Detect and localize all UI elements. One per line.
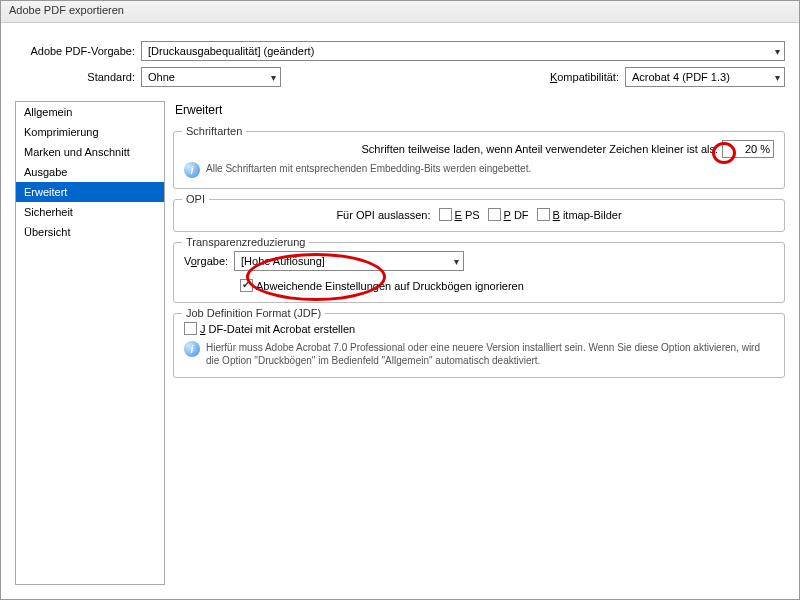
trans-preset-dropdown[interactable]: [Hohe Auflösung] (234, 251, 464, 271)
jdf-group-title: Job Definition Format (JDF) (182, 307, 325, 319)
opi-label: Für OPI auslassen: (336, 209, 430, 221)
jdf-create-checkbox[interactable]: JJDF-Datei mit Acrobat erstellenDF-Datei… (184, 322, 355, 335)
preset-value: [Druckausgabequalität] (geändert) (148, 45, 314, 57)
opi-bitmap-checkbox[interactable]: BBitmap-Bilderitmap-Bilder (537, 208, 622, 221)
sidebar-item-allgemein[interactable]: Allgemein (16, 102, 164, 122)
sidebar-item-ausgabe[interactable]: Ausgabe (16, 162, 164, 182)
standard-label: Standard: (15, 71, 135, 83)
compat-value: Acrobat 4 (PDF 1.3) (632, 71, 730, 83)
sidebar-item-marken[interactable]: Marken und Anschnitt (16, 142, 164, 162)
standard-value: Ohne (148, 71, 175, 83)
preset-label: Adobe PDF-Vorgabe: (15, 45, 135, 57)
top-panel: Adobe PDF-Vorgabe: [Druckausgabequalität… (1, 23, 799, 101)
sidebar-item-sicherheit[interactable]: Sicherheit (16, 202, 164, 222)
opi-group: OPI Für OPI auslassen: EEPSPS PPDFDF BBi… (173, 199, 785, 232)
sidebar: Allgemein Komprimierung Marken und Ansch… (15, 101, 165, 585)
jdf-info: Hierfür muss Adobe Acrobat 7.0 Professio… (206, 341, 774, 367)
compat-dropdown[interactable]: Acrobat 4 (PDF 1.3) (625, 67, 785, 87)
subset-percent-input[interactable] (722, 140, 774, 158)
window-title: Adobe PDF exportieren (9, 4, 124, 16)
info-icon: i (184, 341, 200, 357)
body-area: Allgemein Komprimierung Marken und Ansch… (1, 101, 799, 599)
sidebar-item-erweitert[interactable]: Erweitert (16, 182, 164, 202)
content-panel: Erweitert Schriftarten Schriften teilwei… (173, 101, 785, 585)
titlebar: Adobe PDF exportieren (1, 1, 799, 23)
opi-group-title: OPI (182, 193, 209, 205)
info-icon: i (184, 162, 200, 178)
fonts-group: Schriftarten Schriften teilweise laden, … (173, 131, 785, 189)
override-checkbox[interactable]: Abweichende Einstellungen auf Druckbögen… (240, 279, 524, 292)
sidebar-item-uebersicht[interactable]: Übersicht (16, 222, 164, 242)
panel-title: Erweitert (173, 101, 785, 121)
compat-label: KKompatibilität:ompatibilität: (550, 71, 619, 83)
trans-preset-value: [Hohe Auflösung] (241, 255, 325, 267)
transparency-group-title: Transparenzreduzierung (182, 236, 309, 248)
subset-label: Schriften teilweise laden, wenn Anteil v… (362, 143, 718, 155)
fonts-group-title: Schriftarten (182, 125, 246, 137)
preset-dropdown[interactable]: [Druckausgabequalität] (geändert) (141, 41, 785, 61)
sidebar-item-komprimierung[interactable]: Komprimierung (16, 122, 164, 142)
jdf-group: Job Definition Format (JDF) JJDF-Datei m… (173, 313, 785, 378)
export-pdf-window: Adobe PDF exportieren Adobe PDF-Vorgabe:… (0, 0, 800, 600)
opi-eps-checkbox[interactable]: EEPSPS (439, 208, 480, 221)
opi-pdf-checkbox[interactable]: PPDFDF (488, 208, 529, 221)
trans-preset-label: Vorgabe: (184, 255, 228, 267)
standard-dropdown[interactable]: Ohne (141, 67, 281, 87)
fonts-info: Alle Schriftarten mit entsprechenden Emb… (206, 162, 531, 175)
transparency-group: Transparenzreduzierung Vorgabe: Vorgabe:… (173, 242, 785, 303)
